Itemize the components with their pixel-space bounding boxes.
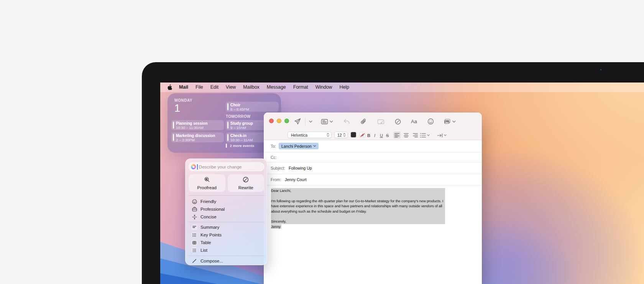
- underline-button[interactable]: U: [380, 130, 383, 140]
- compose-icon: [192, 259, 197, 263]
- menu-item-help[interactable]: Help: [340, 83, 349, 92]
- text-caret: [197, 164, 198, 170]
- list-icon: [192, 248, 197, 253]
- zoom-button[interactable]: [284, 119, 289, 123]
- professional-icon: [192, 207, 197, 211]
- apple-menu-icon[interactable]: [168, 84, 172, 90]
- highlight-color-button[interactable]: a: [360, 132, 365, 138]
- send-options-chevron-icon[interactable]: [309, 121, 312, 123]
- friendly-icon: [192, 199, 197, 204]
- photo-browser-icon[interactable]: [444, 119, 456, 125]
- menu-item-mailbox[interactable]: Mailbox: [243, 83, 259, 92]
- bold-button[interactable]: B: [367, 130, 370, 140]
- event-color-bar: [227, 103, 228, 110]
- calendar-event: Choir 8 – 8:45PM: [226, 102, 279, 112]
- summary-icon: [192, 225, 197, 230]
- input-placeholder: Describe your change: [199, 165, 242, 169]
- menu-item-key-points[interactable]: Key Points: [186, 231, 268, 239]
- widget-day-label: MONDAY: [174, 98, 192, 102]
- divider: [189, 222, 264, 222]
- mail-compose-window: Aa Helvetica 12: [264, 112, 482, 284]
- compose-header-fields: To: Lanchi Pederson Cc: Subject: Followi…: [264, 140, 482, 185]
- list-style-dropdown[interactable]: [420, 130, 430, 140]
- desktop-screen: Mail File Edit View Mailbox Message Form…: [160, 83, 644, 284]
- strikethrough-button[interactable]: S: [386, 130, 389, 140]
- align-center-button[interactable]: [402, 132, 410, 139]
- menu-item-mail[interactable]: Mail: [179, 83, 188, 92]
- from-field[interactable]: From: Jenny Court: [264, 174, 482, 185]
- apple-intelligence-icon[interactable]: [394, 118, 401, 125]
- describe-change-input[interactable]: Describe your change: [189, 162, 264, 171]
- menu-item-summary[interactable]: Summary: [186, 223, 268, 231]
- more-events: 2 more events: [226, 144, 254, 148]
- menu-item-compose[interactable]: Compose...: [186, 257, 268, 265]
- send-icon[interactable]: [294, 118, 301, 125]
- italic-button[interactable]: I: [374, 130, 375, 140]
- marketing-canvas: Mail File Edit View Mailbox Message Form…: [0, 0, 644, 284]
- menu-item-format[interactable]: Format: [293, 83, 308, 92]
- text-wrap-dropdown[interactable]: [437, 130, 447, 140]
- table-icon: [192, 240, 197, 245]
- divider: [189, 195, 264, 196]
- event-color-bar: [227, 122, 228, 129]
- menu-item-window[interactable]: Window: [315, 83, 332, 92]
- close-button[interactable]: [269, 119, 274, 123]
- font-size-select[interactable]: 12: [334, 132, 348, 138]
- minimize-button[interactable]: [277, 119, 281, 123]
- signature-icon[interactable]: [377, 119, 384, 125]
- widget-tomorrow-label: TOMORROW: [226, 114, 251, 119]
- event-color-bar: [173, 134, 174, 141]
- widget-day-number: 1: [174, 102, 180, 114]
- menu-item-file[interactable]: File: [196, 83, 203, 92]
- menu-item-message[interactable]: Message: [267, 83, 286, 92]
- menu-item-list[interactable]: List: [186, 246, 268, 254]
- menu-item-view[interactable]: View: [226, 83, 236, 92]
- signature-line: Jenny: [271, 224, 463, 229]
- proofread-button[interactable]: Proofread: [189, 174, 225, 192]
- text-color-swatch[interactable]: [351, 132, 356, 137]
- cc-field[interactable]: Cc:: [264, 152, 482, 162]
- concise-icon: [192, 215, 197, 220]
- event-color-bar: [173, 122, 174, 129]
- attach-icon[interactable]: [360, 118, 366, 125]
- header-fields-icon[interactable]: [321, 119, 333, 125]
- message-body-editor[interactable]: Dear Lanchi, I'm following up regarding …: [271, 188, 463, 229]
- recipient-token[interactable]: Lanchi Pederson: [279, 143, 319, 149]
- format-aa-icon[interactable]: Aa: [411, 119, 417, 124]
- divider: [189, 256, 264, 256]
- menu-item-friendly[interactable]: Friendly: [186, 198, 268, 205]
- menu-bar: Mail File Edit View Mailbox Message Form…: [160, 83, 644, 92]
- key-points-icon: [192, 232, 197, 238]
- emoji-icon[interactable]: [427, 118, 434, 125]
- toolbar-separator: [305, 118, 306, 125]
- calendar-event: Marketing discussion 2 – 3:30PM: [171, 132, 224, 142]
- menu-item-table[interactable]: Table: [186, 239, 268, 246]
- event-color-bar: [227, 134, 228, 141]
- reply-icon[interactable]: [343, 119, 350, 124]
- subject-field[interactable]: Subject: Following Up: [264, 162, 482, 174]
- event-color-bar: [226, 144, 227, 148]
- format-bar: Helvetica 12 a B I U S: [264, 130, 482, 140]
- selected-text: Dear Lanchi, I'm following up regarding …: [271, 188, 445, 224]
- rewrite-button[interactable]: Rewrite: [228, 174, 264, 192]
- apple-intelligence-glyph-icon: [191, 164, 196, 169]
- calendar-event: Planning session 10:30 – 11:30AM: [171, 120, 224, 130]
- font-family-select[interactable]: Helvetica: [288, 132, 332, 138]
- window-toolbar: Aa: [264, 112, 482, 130]
- menu-item-edit[interactable]: Edit: [210, 83, 219, 92]
- menu-item-professional[interactable]: Professional: [186, 205, 268, 213]
- align-left-button[interactable]: [393, 132, 401, 139]
- mac-display-bezel: Mail File Edit View Mailbox Message Form…: [142, 62, 644, 284]
- writing-tools-popup: Describe your change Proofread Rewrite: [185, 159, 267, 265]
- align-right-button[interactable]: [412, 132, 419, 139]
- proofread-icon: [204, 177, 210, 184]
- rewrite-icon: [243, 177, 249, 184]
- camera-icon: [599, 68, 603, 71]
- to-field[interactable]: To: Lanchi Pederson: [264, 140, 482, 152]
- menu-item-concise[interactable]: Concise: [186, 213, 268, 221]
